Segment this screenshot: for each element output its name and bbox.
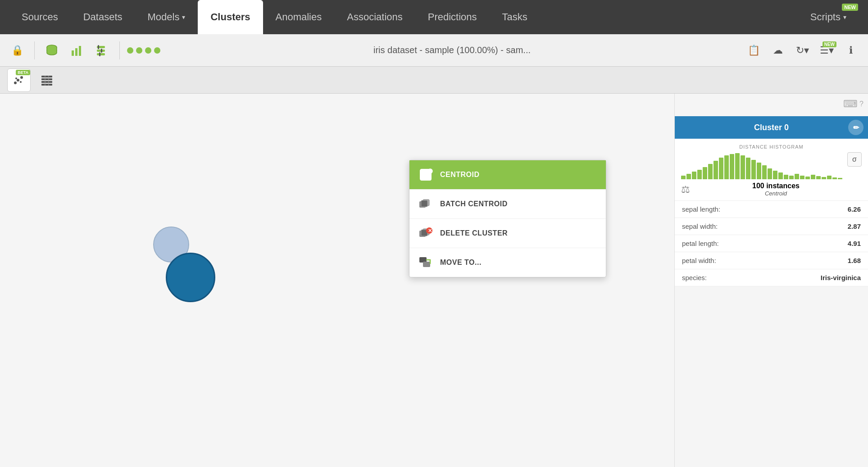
nav-sources[interactable]: Sources <box>9 0 71 34</box>
field-label: petal width: <box>682 257 716 264</box>
histogram-bar <box>746 158 750 179</box>
separator-2 <box>119 41 120 59</box>
svg-point-14 <box>20 81 22 83</box>
table-view-btn[interactable] <box>35 68 59 92</box>
dataset-title: iris dataset - sample (100.00%) - sam... <box>166 45 738 55</box>
sigma-button[interactable]: σ <box>847 152 862 167</box>
instances-count: 100 instances <box>690 182 862 190</box>
histogram-bar <box>713 161 718 179</box>
svg-rect-1 <box>72 50 74 56</box>
histogram-bar <box>708 164 713 179</box>
main-toolbar: 🔒 iris dataset - sample (100.00%) <box>0 34 868 67</box>
field-label: sepal length: <box>682 205 720 213</box>
info-icon[interactable]: ℹ <box>841 41 861 60</box>
field-label: petal length: <box>682 240 719 247</box>
table-row: species:Iris-virginica <box>675 269 868 286</box>
scale-icon: ⚖ <box>681 184 690 195</box>
cluster-header: Cluster 0 ✏ <box>675 116 868 139</box>
field-value: 1.68 <box>848 257 861 264</box>
cluster-circle-large[interactable] <box>166 253 215 302</box>
list-dropdown-icon[interactable]: ☰▾ NEW <box>817 41 836 60</box>
svg-rect-35 <box>423 262 430 267</box>
histogram-bar <box>681 176 686 179</box>
svg-text:✕: ✕ <box>428 228 432 233</box>
centroid-menu-item[interactable]: + CENTROID <box>409 160 606 190</box>
centroid-data-table: sepal length:6.26sepal width:2.87petal l… <box>675 201 868 286</box>
histogram-bar <box>757 163 761 179</box>
histogram-bar <box>762 165 767 179</box>
histogram-section: DISTANCE HISTOGRAM σ ⚖ 100 instances Cen… <box>675 139 868 201</box>
centroid-icon: + <box>418 167 434 183</box>
models-caret-icon: ▾ <box>182 14 185 21</box>
nav-scripts[interactable]: Scripts ▾ NEW <box>798 0 859 34</box>
lock-icon[interactable]: 🔒 <box>7 41 27 60</box>
field-value: 2.87 <box>848 222 861 230</box>
histogram-bar <box>827 176 832 179</box>
svg-point-12 <box>20 76 23 79</box>
field-label: sepal width: <box>682 222 718 230</box>
scripts-new-badge: NEW <box>842 4 858 11</box>
histogram-bar <box>832 177 837 179</box>
svg-point-13 <box>15 77 17 79</box>
nav-datasets[interactable]: Datasets <box>71 0 135 34</box>
move-to-menu-item[interactable]: MOVE TO... <box>409 248 606 277</box>
main-content: ⌨ ? Cluster 0 ✏ DISTANCE HISTOGRAM σ ⚖ 1… <box>0 94 868 467</box>
svg-rect-8 <box>97 53 105 55</box>
histogram-bar <box>719 158 723 179</box>
table-row: petal width:1.68 <box>675 252 868 269</box>
delete-cluster-menu-item[interactable]: ✕ DELETE CLUSTER <box>409 219 606 248</box>
histogram-bar <box>778 172 783 179</box>
histogram-bar <box>730 154 734 179</box>
table-row: sepal width:2.87 <box>675 218 868 235</box>
field-value: 6.26 <box>848 205 861 213</box>
nav-predictions[interactable]: Predictions <box>415 0 490 34</box>
svg-rect-5 <box>98 45 99 49</box>
field-label: species: <box>682 274 707 281</box>
clipboard-icon[interactable]: 📋 <box>744 41 763 60</box>
batch-centroid-menu-item[interactable]: BATCH CENTROID <box>409 190 606 219</box>
histogram-bar <box>686 174 691 179</box>
cluster-canvas[interactable] <box>0 94 674 467</box>
svg-rect-9 <box>99 52 100 56</box>
toolbar-right-actions: 📋 ☁ ↻▾ ☰▾ NEW ℹ <box>744 41 861 60</box>
svg-point-11 <box>17 79 19 82</box>
config-icon[interactable] <box>92 41 112 60</box>
right-panel: ⌨ ? Cluster 0 ✏ DISTANCE HISTOGRAM σ ⚖ 1… <box>674 94 868 467</box>
svg-rect-3 <box>79 46 81 56</box>
svg-rect-22 <box>422 171 427 176</box>
svg-rect-15 <box>41 76 52 77</box>
histogram-bar <box>724 155 729 179</box>
histogram-bar <box>692 172 696 179</box>
keyboard-icon[interactable]: ⌨ <box>843 98 858 110</box>
svg-point-10 <box>14 82 17 84</box>
separator-1 <box>34 41 35 59</box>
nav-models[interactable]: Models ▾ <box>135 0 198 34</box>
scatter-view-btn[interactable]: BETA <box>7 68 31 92</box>
svg-rect-23 <box>426 175 430 179</box>
histogram-bars <box>681 152 844 179</box>
refresh-dropdown-icon[interactable]: ↻▾ <box>792 41 812 60</box>
histogram-bar <box>805 177 810 179</box>
svg-rect-7 <box>101 49 102 53</box>
histogram-bar <box>697 170 702 179</box>
upload-icon[interactable]: ☁ <box>768 41 788 60</box>
svg-rect-18 <box>41 84 52 86</box>
histogram-bar <box>784 175 788 179</box>
svg-rect-2 <box>75 48 77 56</box>
histogram-bar <box>811 175 815 179</box>
chart-icon[interactable] <box>67 41 87 60</box>
nav-clusters[interactable]: Clusters <box>198 0 263 34</box>
svg-text:+: + <box>429 170 431 174</box>
svg-rect-16 <box>41 78 52 80</box>
histogram-bar <box>741 155 745 179</box>
delete-cluster-icon: ✕ <box>418 225 434 241</box>
cluster-edit-btn[interactable]: ✏ <box>848 120 863 135</box>
svg-rect-28 <box>421 200 427 207</box>
nav-tasks[interactable]: Tasks <box>490 0 540 34</box>
nav-anomalies[interactable]: Anomalies <box>263 0 335 34</box>
histogram-bar <box>822 177 826 179</box>
field-value: 4.91 <box>848 240 861 247</box>
nav-associations[interactable]: Associations <box>334 0 415 34</box>
scripts-caret-icon: ▾ <box>843 14 846 21</box>
dataset-icon[interactable] <box>42 41 62 60</box>
